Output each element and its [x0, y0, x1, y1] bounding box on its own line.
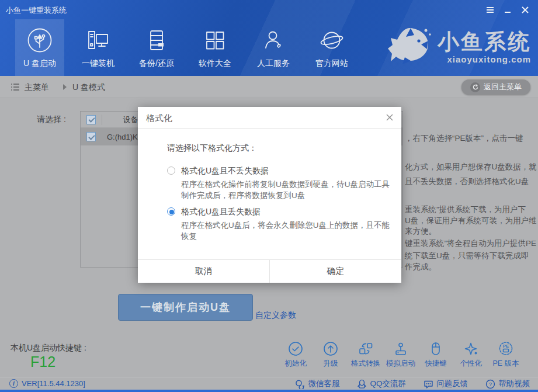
list-menu-icon	[10, 82, 20, 94]
window-title: 小鱼一键重装系统	[6, 5, 67, 16]
nav-tab-label: 官方网站	[315, 58, 348, 69]
tool-upgrade[interactable]: 升级	[314, 341, 348, 369]
simulate-boot-icon	[393, 341, 409, 357]
option-label: 格式化U盘且不丢失数据	[181, 166, 396, 176]
help-text-fragment: 重装系统”提供系统下载，为用户下	[405, 204, 526, 215]
dialog-divider	[138, 128, 401, 129]
radio-checked[interactable]	[167, 207, 175, 216]
feedback-link[interactable]: 问题反馈	[424, 379, 468, 389]
format-dialog: 格式化 请选择以下格式化方式： 格式化U盘且不丢失数据 程序在格式化操作前将复制…	[138, 107, 401, 283]
help-video-link[interactable]: ? 帮助视频	[485, 379, 530, 389]
tool-initialize[interactable]: 初始化	[279, 341, 313, 369]
nav-tab-one-key-install[interactable]: 一键装机	[69, 19, 127, 76]
tool-pe-version[interactable]: PE PE 版本	[489, 341, 523, 369]
nav-tab-label: 软件大全	[199, 58, 231, 69]
help-text-fragment: 来方便。	[405, 226, 436, 237]
pe-badge-text: PE	[503, 344, 509, 349]
make-boot-usb-button[interactable]: 一键制作启动U盘	[118, 294, 253, 321]
dialog-close-icon[interactable]	[384, 112, 395, 123]
wechat-icon	[295, 379, 305, 389]
help-text-fragment: 化方式，如果用户想保存U盘数据，就	[405, 162, 537, 172]
close-icon[interactable]	[520, 6, 530, 14]
apps-grid-icon	[201, 23, 229, 57]
help-text-fragment: 键重装系统”将全程自动为用户提供PE	[405, 238, 536, 249]
help-text-fragment: ，右下角选择“PE版本”，点击一键	[405, 133, 523, 144]
menu-icon[interactable]	[485, 6, 495, 14]
qq-icon	[357, 379, 367, 389]
tool-label: 格式转换	[351, 359, 380, 369]
window-bottom-border	[0, 390, 538, 392]
nav-tab-support[interactable]: 人工服务	[244, 19, 303, 76]
brand-logo: 小鱼系统 xiaoyuxitong.com	[385, 23, 531, 71]
info-icon: i	[9, 379, 18, 388]
footer-links: 微信客服 QQ交流群 问题反馈 ? 帮助视频	[295, 379, 530, 389]
usb-icon	[26, 23, 54, 57]
wechat-support-link[interactable]: 微信客服	[295, 379, 339, 389]
tool-hotkey[interactable]: 快捷键	[419, 341, 453, 369]
logo-domain: xiaoyuxitong.com	[438, 54, 531, 64]
custom-params-link[interactable]: 自定义参数	[255, 310, 296, 321]
breadcrumb: 主菜单 U 盘模式 返回主菜单	[0, 76, 538, 98]
tool-format-convert[interactable]: 格式转换	[349, 341, 383, 369]
feedback-bubble-icon	[424, 379, 433, 389]
footer-link-label: 帮助视频	[498, 379, 530, 389]
tool-personalize[interactable]: 个性化	[454, 341, 488, 369]
help-text-fragment: 统下载至U盘，只需等待下载完成即	[405, 251, 529, 261]
breadcrumb-arrow-icon	[63, 84, 67, 90]
nav-tab-backup-restore[interactable]: 备份/还原	[127, 19, 186, 76]
footer-link-label: QQ交流群	[370, 379, 406, 389]
fish-logo-icon	[385, 23, 434, 71]
qq-group-link[interactable]: QQ交流群	[357, 379, 406, 389]
mouse-icon	[428, 341, 444, 357]
option-label: 格式化U盘且丢失数据	[181, 207, 396, 217]
format-option-lose-data[interactable]: 格式化U盘且丢失数据 程序在格式化U盘后，将会永久删除您U盘上的数据，且不能恢复	[167, 207, 396, 242]
computer-icon	[84, 23, 112, 57]
breadcrumb-current: U 盘模式	[72, 82, 105, 93]
app-window: 小鱼一键重装系统	[0, 0, 538, 392]
customer-service-icon	[259, 23, 287, 57]
cancel-button[interactable]: 取消	[138, 260, 269, 283]
personalize-star-icon	[463, 341, 479, 357]
select-all-checkbox[interactable]	[86, 115, 96, 124]
help-glyph: ?	[489, 381, 492, 387]
tool-label: 快捷键	[425, 359, 447, 369]
nav-tab-software[interactable]: 软件大全	[186, 19, 244, 76]
help-text-fragment: U盘，保证用户有系统可装，为用户维	[405, 216, 537, 226]
option-description: 程序在格式化操作前将复制U盘数据到硬盘，待U盘启动工具制作完成后，程序将数据恢复…	[181, 179, 396, 201]
init-check-icon	[287, 341, 304, 357]
select-label: 请选择 :	[37, 115, 66, 125]
dialog-footer: 取消 确定	[138, 259, 401, 283]
nav-tab-label: U 盘启动	[23, 58, 56, 69]
footer-link-label: 微信客服	[308, 379, 339, 389]
confirm-button[interactable]: 确定	[269, 260, 401, 283]
tool-simulate-boot[interactable]: 模拟启动	[384, 341, 418, 369]
nav-tab-label: 备份/还原	[139, 58, 174, 69]
nav-tab-official-site[interactable]: 官方网站	[303, 19, 361, 76]
logo-text: 小鱼系统 xiaoyuxitong.com	[438, 31, 531, 64]
format-option-keep-data[interactable]: 格式化U盘且不丢失数据 程序在格式化操作前将复制U盘数据到硬盘，待U盘启动工具制…	[167, 166, 396, 201]
return-arrow-icon	[470, 82, 480, 92]
back-button-label: 返回主菜单	[484, 82, 522, 92]
device-row-checkbox[interactable]	[86, 132, 96, 141]
upgrade-arrow-icon	[322, 341, 339, 357]
help-icon: ?	[485, 379, 495, 389]
hotkey-label: 本机U盘启动快捷键 :	[11, 343, 86, 353]
globe-icon	[318, 23, 346, 57]
tool-label: PE 版本	[492, 359, 519, 369]
version-info: i VER[11.5.44.1230]	[9, 379, 85, 388]
nav-tab-usb-boot[interactable]: U 盘启动	[11, 19, 69, 76]
radio-unchecked[interactable]	[167, 166, 175, 175]
pe-version-icon: PE	[498, 341, 514, 357]
window-controls	[485, 6, 530, 14]
backup-icon	[143, 23, 171, 57]
back-to-main-menu-button[interactable]: 返回主菜单	[461, 79, 530, 95]
tool-label: 初始化	[284, 359, 307, 369]
hotkey-value: F12	[30, 353, 55, 370]
header: 小鱼一键重装系统	[0, 0, 538, 76]
device-name: G:(hd1)Ki	[107, 133, 140, 141]
option-description: 程序在格式化U盘后，将会永久删除您U盘上的数据，且不能恢复	[181, 220, 396, 242]
minimize-icon[interactable]	[503, 6, 512, 14]
breadcrumb-root[interactable]: 主菜单	[25, 82, 49, 93]
tool-label: 个性化	[460, 359, 482, 369]
dialog-title: 格式化	[146, 113, 172, 124]
